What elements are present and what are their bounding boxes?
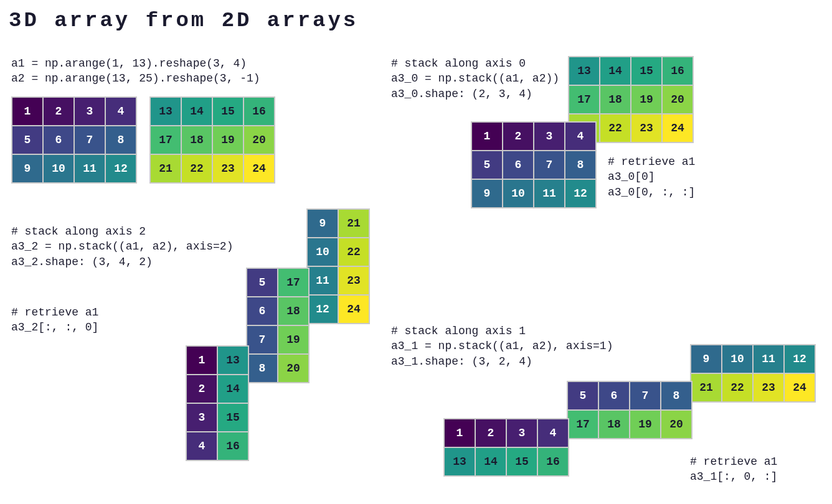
array-cell: 22 <box>182 155 212 182</box>
array-cell: 1 <box>445 419 475 447</box>
array-cell: 3 <box>534 123 564 150</box>
array-cell: 18 <box>182 126 212 154</box>
array-cell: 13 <box>569 57 599 85</box>
array-cell: 12 <box>565 180 595 207</box>
array-cell: 16 <box>538 448 568 475</box>
grid-axis2-l0: 113214315416 <box>186 345 249 461</box>
array-cell: 20 <box>663 86 693 113</box>
array-cell: 10 <box>503 180 533 207</box>
array-cell: 7 <box>630 382 660 409</box>
array-cell: 9 <box>12 155 42 182</box>
array-cell: 3 <box>507 419 537 447</box>
array-cell: 1 <box>187 347 217 374</box>
array-cell: 20 <box>244 126 274 154</box>
array-cell: 17 <box>568 411 598 438</box>
array-cell: 21 <box>691 374 721 401</box>
array-cell: 7 <box>534 151 564 179</box>
array-cell: 17 <box>151 126 181 154</box>
array-cell: 23 <box>631 114 661 142</box>
array-cell: 4 <box>106 98 136 125</box>
array-cell: 7 <box>75 126 105 154</box>
array-cell: 14 <box>600 57 630 85</box>
setup-code: a1 = np.arange(1, 13).reshape(3, 4) a2 =… <box>11 56 260 86</box>
array-cell: 18 <box>599 411 629 438</box>
array-cell: 13 <box>218 347 248 374</box>
array-cell: 9 <box>691 345 721 373</box>
grid-axis2-l1: 517618719820 <box>246 268 310 383</box>
array-cell: 8 <box>106 126 136 154</box>
array-cell: 7 <box>247 326 277 353</box>
array-cell: 2 <box>503 123 533 150</box>
array-cell: 24 <box>663 114 693 142</box>
array-cell: 3 <box>75 98 105 125</box>
array-cell: 19 <box>630 411 660 438</box>
array-cell: 11 <box>75 155 105 182</box>
array-cell: 6 <box>503 151 533 179</box>
array-cell: 13 <box>445 448 475 475</box>
array-cell: 20 <box>278 355 308 382</box>
array-cell: 8 <box>661 382 691 409</box>
array-cell: 8 <box>565 151 595 179</box>
array-cell: 20 <box>661 411 691 438</box>
array-cell: 10 <box>308 238 338 266</box>
array-cell: 24 <box>339 296 369 323</box>
array-cell: 22 <box>600 114 630 142</box>
array-cell: 15 <box>213 98 243 125</box>
array-cell: 15 <box>631 57 661 85</box>
axis1-retrieve: # retrieve a1 a3_1[:, 0, :] <box>690 454 777 485</box>
array-cell: 23 <box>754 374 783 401</box>
array-cell: 2 <box>476 419 506 447</box>
array-cell: 18 <box>278 297 308 325</box>
axis0-retrieve: # retrieve a1 a3_0[0] a3_0[0, :, :] <box>608 154 695 200</box>
array-cell: 5 <box>247 269 277 296</box>
axis2-retrieve: # retrieve a1 a3_2[:, :, 0] <box>11 305 98 335</box>
array-cell: 17 <box>569 86 599 113</box>
array-cell: 19 <box>213 126 243 154</box>
array-cell: 1 <box>12 98 42 125</box>
array-cell: 19 <box>631 86 661 113</box>
array-cell: 16 <box>244 98 274 125</box>
array-cell: 5 <box>568 382 598 409</box>
array-cell: 4 <box>187 432 217 460</box>
array-cell: 24 <box>244 155 274 182</box>
grid-axis0-front: 123456789101112 <box>471 121 597 208</box>
array-cell: 16 <box>663 57 693 85</box>
array-cell: 11 <box>754 345 783 373</box>
array-cell: 4 <box>538 419 568 447</box>
array-cell: 22 <box>339 238 369 266</box>
array-cell: 19 <box>278 326 308 353</box>
array-cell: 2 <box>187 375 217 403</box>
array-cell: 10 <box>722 345 752 373</box>
grid-a1: 123456789101112 <box>11 96 137 184</box>
array-cell: 6 <box>247 297 277 325</box>
array-cell: 16 <box>218 432 248 460</box>
array-cell: 14 <box>218 375 248 403</box>
array-cell: 21 <box>339 210 369 237</box>
array-cell: 24 <box>785 374 815 401</box>
array-cell: 14 <box>182 98 212 125</box>
array-cell: 9 <box>308 210 338 237</box>
grid-axis2-l2: 921102211231224 <box>306 208 370 324</box>
grid-axis1-l2: 910111221222324 <box>690 344 816 403</box>
array-cell: 9 <box>472 180 502 207</box>
array-cell: 10 <box>44 155 73 182</box>
array-cell: 8 <box>247 355 277 382</box>
array-cell: 11 <box>308 267 338 294</box>
axis1-code: # stack along axis 1 a3_1 = np.stack((a1… <box>391 324 613 369</box>
array-cell: 5 <box>12 126 42 154</box>
array-cell: 22 <box>722 374 752 401</box>
array-cell: 12 <box>785 345 815 373</box>
array-cell: 17 <box>278 269 308 296</box>
grid-axis1-l1: 567817181920 <box>567 381 693 439</box>
array-cell: 15 <box>507 448 537 475</box>
grid-axis1-l0: 123413141516 <box>443 418 569 477</box>
array-cell: 11 <box>534 180 564 207</box>
array-cell: 12 <box>308 296 338 323</box>
array-cell: 23 <box>213 155 243 182</box>
array-cell: 21 <box>151 155 181 182</box>
array-cell: 3 <box>187 404 217 431</box>
axis2-code: # stack along axis 2 a3_2 = np.stack((a1… <box>11 224 233 269</box>
array-cell: 6 <box>44 126 73 154</box>
array-cell: 6 <box>599 382 629 409</box>
grid-a2: 131415161718192021222324 <box>149 96 275 184</box>
